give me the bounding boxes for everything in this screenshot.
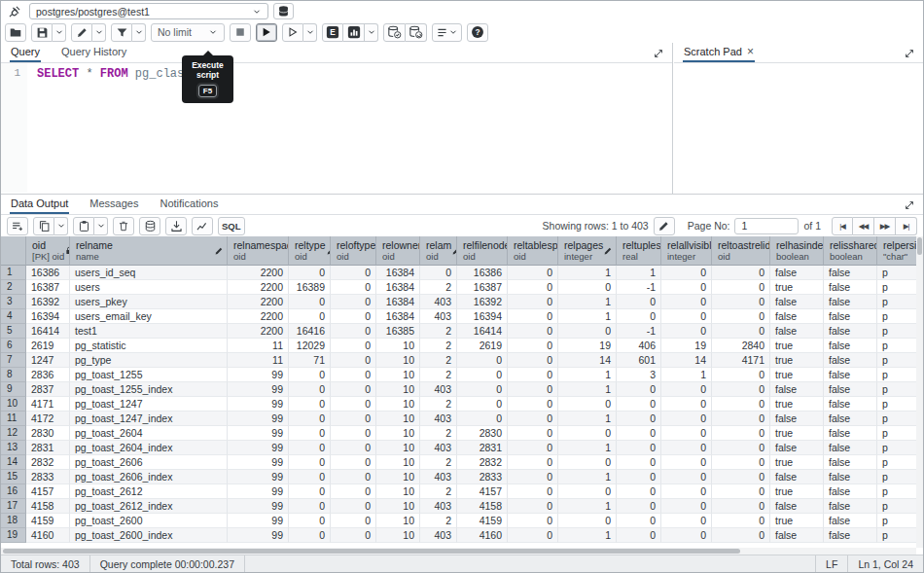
- next-page-button[interactable]: ▶▶: [874, 217, 896, 235]
- grid-cell[interactable]: 4158: [457, 499, 508, 514]
- grid-cell[interactable]: 10: [376, 499, 420, 514]
- grid-cell[interactable]: 0: [661, 324, 712, 339]
- grid-cell[interactable]: 0: [617, 382, 661, 397]
- grid-cell[interactable]: false: [770, 324, 824, 339]
- grid-cell[interactable]: 99: [228, 514, 289, 528]
- grid-cell[interactable]: 16392: [26, 295, 70, 309]
- grid-cell[interactable]: 0: [508, 353, 558, 368]
- grid-cell[interactable]: 10: [376, 339, 420, 353]
- grid-cell[interactable]: p: [877, 499, 916, 514]
- grid-cell[interactable]: 0: [331, 528, 376, 543]
- grid-cell[interactable]: 10: [376, 426, 420, 441]
- grid-cell[interactable]: 99: [228, 455, 289, 470]
- grid-cell[interactable]: p: [877, 455, 916, 470]
- column-header-relam[interactable]: relamoid: [420, 236, 457, 266]
- grid-cell[interactable]: users_pkey: [70, 295, 228, 309]
- grid-cell[interactable]: p: [877, 295, 916, 309]
- grid-cell[interactable]: 0: [331, 295, 376, 309]
- grid-cell[interactable]: 2: [420, 484, 457, 499]
- row-header[interactable]: 13: [1, 441, 26, 455]
- execute-options-dropdown-button[interactable]: [303, 23, 317, 42]
- row-header[interactable]: 6: [1, 339, 26, 353]
- grid-cell[interactable]: 0: [420, 266, 457, 280]
- grid-cell[interactable]: 0: [331, 353, 376, 368]
- grid-cell[interactable]: 0: [661, 455, 712, 470]
- execute-options-button[interactable]: [282, 23, 303, 42]
- grid-cell[interactable]: 1: [558, 470, 617, 484]
- grid-cell[interactable]: 0: [712, 455, 770, 470]
- save-file-button[interactable]: [31, 23, 53, 42]
- grid-cell[interactable]: 0: [508, 470, 558, 484]
- grid-cell[interactable]: 0: [457, 382, 508, 397]
- grid-cell[interactable]: 0: [457, 368, 508, 382]
- grid-cell[interactable]: 99: [228, 426, 289, 441]
- grid-cell[interactable]: 0: [508, 412, 558, 426]
- grid-cell[interactable]: 10: [376, 368, 420, 382]
- grid-cell[interactable]: 1: [558, 412, 617, 426]
- grid-cell[interactable]: false: [770, 528, 824, 543]
- grid-cell[interactable]: 0: [508, 484, 558, 499]
- grid-cell[interactable]: -1: [617, 324, 661, 339]
- grid-cell[interactable]: 0: [331, 339, 376, 353]
- tab-query-history[interactable]: Query History: [60, 43, 127, 62]
- grid-cell[interactable]: 16384: [376, 309, 420, 324]
- grid-cell[interactable]: 403: [420, 382, 457, 397]
- column-header-oid[interactable]: oid[PK] oid: [26, 236, 70, 266]
- grid-cell[interactable]: pg_toast_2600: [70, 514, 228, 528]
- explain-analyze-button[interactable]: [343, 23, 365, 42]
- grid-cell[interactable]: 403: [420, 295, 457, 309]
- grid-cell[interactable]: 0: [508, 426, 558, 441]
- grid-cell[interactable]: 0: [331, 266, 376, 280]
- grid-cell[interactable]: 0: [617, 470, 661, 484]
- grid-cell[interactable]: 2: [420, 324, 457, 339]
- copy-button[interactable]: [33, 217, 54, 235]
- macros-button[interactable]: [432, 23, 462, 42]
- grid-cell[interactable]: 0: [508, 382, 558, 397]
- grid-cell[interactable]: 2833: [26, 470, 70, 484]
- grid-cell[interactable]: 0: [289, 382, 331, 397]
- grid-cell[interactable]: p: [877, 528, 916, 543]
- grid-cell[interactable]: true: [770, 514, 824, 528]
- grid-cell[interactable]: false: [824, 324, 877, 339]
- grid-cell[interactable]: 1: [661, 368, 712, 382]
- grid-cell[interactable]: 1: [558, 528, 617, 543]
- grid-cell[interactable]: 0: [617, 441, 661, 455]
- grid-cell[interactable]: 2200: [228, 266, 289, 280]
- rollback-button[interactable]: [406, 23, 427, 42]
- grid-cell[interactable]: 14: [661, 353, 712, 368]
- grid-cell[interactable]: 1: [558, 309, 617, 324]
- grid-cell[interactable]: true: [770, 484, 824, 499]
- grid-cell[interactable]: 4159: [457, 514, 508, 528]
- grid-cell[interactable]: 14: [558, 353, 617, 368]
- grid-cell[interactable]: 10: [376, 484, 420, 499]
- grid-cell[interactable]: 2619: [26, 339, 70, 353]
- grid-cell[interactable]: 0: [661, 514, 712, 528]
- grid-cell[interactable]: pg_toast_2612_index: [70, 499, 228, 514]
- grid-cell[interactable]: 0: [508, 309, 558, 324]
- row-header[interactable]: 12: [1, 426, 26, 441]
- first-page-button[interactable]: |◀: [832, 217, 853, 235]
- grid-cell[interactable]: 0: [661, 309, 712, 324]
- grid-cell[interactable]: 0: [712, 397, 770, 412]
- grid-cell[interactable]: 0: [617, 295, 661, 309]
- copy-dropdown-button[interactable]: [54, 217, 68, 235]
- column-header-relname[interactable]: relnamename: [70, 236, 228, 266]
- grid-cell[interactable]: 0: [712, 499, 770, 514]
- column-header-relfilenode[interactable]: relfilenodeoid: [457, 236, 508, 266]
- grid-cell[interactable]: 4160: [26, 528, 70, 543]
- grid-cell[interactable]: 19: [558, 339, 617, 353]
- grid-cell[interactable]: false: [824, 309, 877, 324]
- grid-cell[interactable]: 2837: [26, 382, 70, 397]
- grid-cell[interactable]: 0: [508, 528, 558, 543]
- paste-button[interactable]: [73, 217, 94, 235]
- select-all-corner[interactable]: [1, 236, 26, 266]
- grid-cell[interactable]: 16394: [457, 309, 508, 324]
- grid-cell[interactable]: true: [770, 397, 824, 412]
- column-header-reltuples[interactable]: reltuplesreal: [617, 236, 661, 266]
- grid-cell[interactable]: 2: [420, 514, 457, 528]
- grid-cell[interactable]: 2200: [228, 324, 289, 339]
- grid-cell[interactable]: pg_toast_1247: [70, 397, 228, 412]
- grid-cell[interactable]: pg_type: [70, 353, 228, 368]
- grid-cell[interactable]: false: [824, 339, 877, 353]
- grid-cell[interactable]: pg_toast_1255: [70, 368, 228, 382]
